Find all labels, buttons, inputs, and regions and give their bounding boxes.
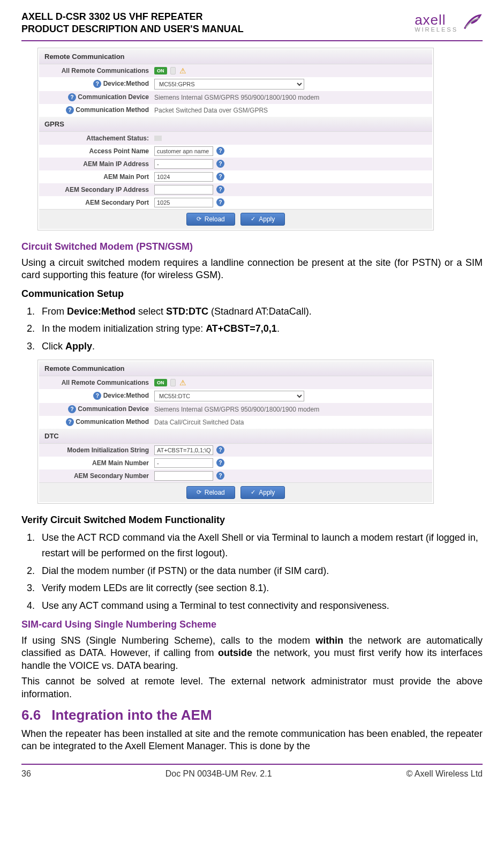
comm-setup-steps: From Device:Method select STD:DTC (Stadn… <box>37 304 483 354</box>
sec-port-label: AEM Secondary Port <box>39 199 154 206</box>
help-icon[interactable]: ? <box>93 80 101 88</box>
comm-method-value: Data Call/Circuit Switched Data <box>154 419 244 426</box>
help-icon[interactable]: ? <box>216 173 224 181</box>
device-method-label: Device:Method <box>103 80 149 87</box>
integration-heading: 6.6Integration into the AEM <box>21 707 483 724</box>
verify-title: Verify Circuit Switched Modem Functional… <box>21 514 483 526</box>
logo-swirl-icon <box>460 11 483 33</box>
init-string-label: Modem Initialization String <box>39 446 154 454</box>
list-item: Dial the modem number (if PSTN) or the d… <box>37 563 483 579</box>
reload-button[interactable]: ⟳Reload <box>186 213 235 226</box>
sec-port-input[interactable] <box>154 198 213 207</box>
sec-ip-input[interactable] <box>154 185 213 195</box>
list-item: From Device:Method select STD:DTC (Stadn… <box>37 304 483 319</box>
help-icon[interactable]: ? <box>216 185 224 193</box>
dtc-header: DTC <box>39 429 432 444</box>
toggle-slider-icon[interactable] <box>170 67 176 74</box>
main-port-input[interactable] <box>154 172 213 182</box>
logo-sub-text: WIRELESS <box>415 26 458 33</box>
all-remote-label: All Remote Communications <box>39 379 154 386</box>
help-icon[interactable]: ? <box>68 405 76 413</box>
warning-icon: ⚠ <box>179 379 187 386</box>
sns-para2: This cannot be solved at remote level. T… <box>21 675 483 700</box>
page-footer: 36 Doc PN 0034B-UM Rev. 2.1 © Axell Wire… <box>21 764 483 779</box>
comm-method-value: Packet Switched Data over GSM/GPRS <box>154 107 268 114</box>
apply-button[interactable]: ✓Apply <box>240 486 285 499</box>
main-port-label: AEM Main Port <box>39 173 154 181</box>
device-method-label: Device:Method <box>103 392 149 399</box>
comm-device-value: Siemens Internal GSM/GPRS 950/900/1800/1… <box>154 406 319 413</box>
header-line1: AXELL D-CSR 3302 US VHF REPEATER <box>21 11 244 23</box>
circuit-switched-title: Circuit Switched Modem (PSTN/GSM) <box>21 241 483 252</box>
verify-steps: Use the ACT RCD command via the Axell Sh… <box>37 530 483 614</box>
sns-para: If using SNS (Single Numbering Scheme), … <box>21 635 483 672</box>
brand-logo: axell WIRELESS <box>415 11 483 33</box>
doc-revision: Doc PN 0034B-UM Rev. 2.1 <box>166 769 272 779</box>
reload-button[interactable]: ⟳Reload <box>186 486 235 499</box>
attach-status-value <box>154 136 162 141</box>
apn-input[interactable] <box>154 146 213 156</box>
apn-label: Access Point Name <box>39 147 154 155</box>
header-line2: PRODUCT DESCRIPTION AND USER'S MANUAL <box>21 23 244 35</box>
all-remote-toggle[interactable]: ON <box>154 67 167 74</box>
reload-icon: ⟳ <box>197 215 201 222</box>
gprs-header: GPRS <box>39 117 432 132</box>
remote-comm-dtc-panel: Remote Communication All Remote Communic… <box>37 360 434 504</box>
main-num-input[interactable] <box>154 458 213 468</box>
sec-ip-label: AEM Secondary IP Address <box>39 186 154 193</box>
main-num-label: AEM Main Number <box>39 459 154 467</box>
help-icon[interactable]: ? <box>216 147 224 155</box>
all-remote-label: All Remote Communications <box>39 67 154 74</box>
check-icon: ✓ <box>251 215 255 222</box>
page-header: AXELL D-CSR 3302 US VHF REPEATER PRODUCT… <box>21 11 483 41</box>
warning-icon: ⚠ <box>179 67 187 74</box>
init-string-input[interactable] <box>154 445 213 455</box>
help-icon[interactable]: ? <box>216 446 224 454</box>
list-item: In the modem initialization string type:… <box>37 321 483 337</box>
attach-status-label: Attachement Status: <box>39 135 154 142</box>
all-remote-toggle[interactable]: ON <box>154 379 167 386</box>
help-icon[interactable]: ? <box>216 160 224 168</box>
help-icon[interactable]: ? <box>216 472 224 480</box>
copyright: © Axell Wireless Ltd <box>407 769 483 779</box>
list-item: Use any ACT command using a Terminal to … <box>37 598 483 614</box>
comm-method-label: Communication Method <box>76 418 149 426</box>
sec-num-label: AEM Secondary Number <box>39 472 154 480</box>
list-item: Verify modem LEDs are lit correctly (see… <box>37 580 483 596</box>
list-item: Use the ACT RCD command via the Axell Sh… <box>37 530 483 561</box>
toggle-slider-icon[interactable] <box>170 379 176 386</box>
circuit-switched-intro: Using a circuit switched modem requires … <box>21 257 483 282</box>
logo-brand-text: axell <box>415 12 446 28</box>
device-method-select[interactable]: MC55I:GPRS <box>154 79 304 90</box>
page-number: 36 <box>21 769 31 779</box>
remote-comm-header: Remote Communication <box>39 361 432 376</box>
remote-comm-gprs-panel: Remote Communication All Remote Communic… <box>37 48 434 230</box>
comm-device-label: Communication Device <box>78 405 149 413</box>
remote-comm-header: Remote Communication <box>39 49 432 64</box>
reload-icon: ⟳ <box>197 489 201 496</box>
comm-method-label: Communication Method <box>76 106 149 114</box>
sns-title: SIM-card Using Single Numbering Scheme <box>21 619 483 630</box>
main-ip-input[interactable] <box>154 159 213 169</box>
help-icon[interactable]: ? <box>216 459 224 467</box>
help-icon[interactable]: ? <box>66 418 74 426</box>
device-method-select[interactable]: MC55I:DTC <box>154 391 304 401</box>
help-icon[interactable]: ? <box>66 106 74 114</box>
apply-button[interactable]: ✓Apply <box>240 213 285 226</box>
sec-num-input[interactable] <box>154 471 213 481</box>
check-icon: ✓ <box>251 489 255 496</box>
comm-setup-title: Communication Setup <box>21 288 483 300</box>
section-number: 6.6 <box>21 707 41 723</box>
integration-para: When the repeater has been installed at … <box>21 728 483 753</box>
list-item: Click Apply. <box>37 339 483 354</box>
comm-device-value: Siemens Internal GSM/GPRS 950/900/1800/1… <box>154 94 319 101</box>
comm-device-label: Communication Device <box>78 93 149 101</box>
section-title: Integration into the AEM <box>51 707 212 723</box>
help-icon[interactable]: ? <box>68 93 76 101</box>
main-ip-label: AEM Main IP Address <box>39 160 154 168</box>
help-icon[interactable]: ? <box>216 198 224 206</box>
help-icon[interactable]: ? <box>93 392 101 400</box>
